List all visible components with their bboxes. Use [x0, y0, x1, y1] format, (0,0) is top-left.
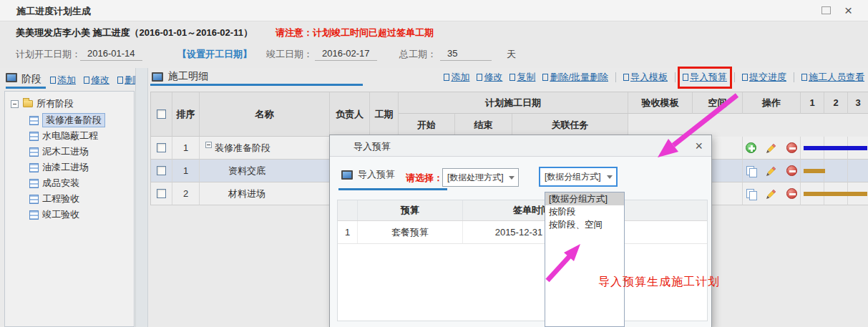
table-icon	[29, 116, 39, 125]
plan-start-input[interactable]: 2016-01-14	[80, 48, 142, 61]
close-icon[interactable]: ×	[695, 137, 703, 155]
checkbox[interactable]	[157, 166, 166, 175]
tree-root-all-stages[interactable]: 所有阶段	[5, 95, 134, 112]
close-icon[interactable]: ×	[844, 2, 852, 19]
tree-item-stage[interactable]: 成品安装	[5, 175, 134, 191]
row-checkbox-cell[interactable]	[151, 137, 172, 160]
col-duration: 工期	[370, 92, 399, 137]
duration-input[interactable]: 35	[440, 48, 492, 61]
col-day1: 1	[801, 92, 824, 114]
select-all-checkbox-cell[interactable]	[151, 92, 172, 137]
row-checkbox-cell[interactable]	[151, 160, 172, 182]
budget-col: 预算	[358, 200, 463, 220]
detail-tab-underline	[150, 84, 363, 86]
tree-item-stage[interactable]: 装修准备阶段	[5, 112, 134, 128]
delete-icon[interactable]	[786, 165, 797, 176]
stage-tab-underline	[6, 87, 46, 89]
dialog-tab-underline	[338, 188, 447, 190]
delete-icon[interactable]	[786, 188, 797, 199]
seq-cell: 1	[172, 160, 200, 182]
window-titlebar: 施工进度计划生成 ×	[0, 0, 868, 21]
detail-copy-link[interactable]: 复制	[509, 71, 535, 84]
table-icon	[29, 210, 39, 220]
doc-icon	[84, 77, 89, 84]
checkbox[interactable]	[157, 189, 166, 198]
add-icon[interactable]	[746, 142, 756, 153]
tree-item-stage[interactable]: 油漆工进场	[5, 160, 134, 175]
duration-label: 总工期：	[399, 48, 437, 61]
tab-construction-detail[interactable]: 施工明细	[152, 70, 208, 83]
table-icon	[29, 132, 39, 141]
checkbox[interactable]	[157, 109, 166, 119]
set-start-date-link[interactable]: 【设置开工日期】	[177, 48, 252, 61]
page-header: 美美理发店李小美 施工进度（2016-01-01～2016-02-11） 请注意…	[0, 22, 868, 42]
budget-row[interactable]: 1 套餐预算 2015-12-31 15:30	[338, 221, 707, 244]
monitor-icon	[341, 170, 353, 180]
collapse-icon[interactable]	[205, 142, 212, 148]
col-end: 结束	[455, 114, 512, 137]
budget-cell: 套餐预算	[358, 221, 463, 243]
annotation-note: 导入预算生成施工计划	[598, 275, 720, 290]
dialog-title: 导入预算	[353, 140, 391, 153]
collapse-icon[interactable]	[11, 100, 19, 108]
table-icon	[29, 147, 39, 157]
submit-progress-link[interactable]: 提交进度	[742, 71, 786, 84]
separator	[794, 72, 794, 82]
stage-add-link[interactable]: 添加	[50, 74, 76, 87]
budget-table-header: 预算 签单时间	[338, 200, 707, 221]
detail-toolbar: 施工明细 添加 修改 复制 删除/批量删除 导入模板 导入预算 提交进度 施工人…	[150, 68, 868, 89]
doc-icon	[801, 74, 807, 81]
stage-tree-panel: 所有阶段 装修准备阶段 水电隐蔽工程 泥木工进场 油漆工进场 成品安装 工程验收	[4, 91, 135, 327]
detail-delete-link[interactable]: 删除/批量删除	[542, 71, 608, 84]
maximize-icon[interactable]	[821, 6, 831, 14]
delete-icon[interactable]	[786, 142, 797, 153]
checkbox[interactable]	[157, 143, 166, 152]
gantt-bar	[804, 192, 867, 196]
import-template-link[interactable]: 导入模板	[623, 71, 668, 84]
gantt-bar	[804, 169, 825, 173]
dialog-tab-import-budget[interactable]: 导入预算	[341, 168, 395, 181]
copy-icon[interactable]	[746, 189, 756, 199]
num-cell: 1	[338, 221, 358, 243]
tree-item-stage[interactable]: 竣工验收	[5, 207, 134, 223]
dropdown-option[interactable]: 按阶段、空间	[545, 218, 624, 231]
tree-item-stage[interactable]: 工程验收	[5, 191, 134, 207]
window-title: 施工进度计划生成	[16, 5, 91, 18]
stage-panel-title: 阶段	[21, 73, 42, 86]
edit-icon[interactable]	[766, 165, 777, 177]
dropdown-option[interactable]: [数据分组方式]	[545, 192, 624, 205]
operations-cell	[743, 182, 801, 205]
table-icon	[29, 163, 39, 172]
table-icon	[29, 179, 39, 188]
data-group-select[interactable]: [数据分组方式]	[539, 167, 618, 187]
group-mode-dropdown-list: [数据分组方式] 按阶段 按阶段、空间	[545, 192, 625, 327]
row-checkbox-cell[interactable]	[151, 182, 172, 205]
finish-date-input[interactable]: 2016-02-17	[315, 48, 377, 61]
doc-icon	[542, 74, 548, 81]
tree-item-stage[interactable]: 泥木工进场	[5, 144, 134, 160]
edit-icon[interactable]	[766, 188, 777, 200]
import-budget-link[interactable]: 导入预算	[683, 71, 727, 84]
tree-item-stage[interactable]: 水电隐蔽工程	[5, 128, 134, 144]
num-col	[338, 200, 358, 220]
panel-splitter[interactable]	[135, 68, 148, 327]
schedule-warning: 请注意：计划竣工时间已超过签单工期	[275, 26, 434, 39]
table-header: 排序 名称 负责人 工期 计划施工日期 验收模板 空间 操作 1 2 3 开始 …	[151, 92, 868, 137]
stage-edit-link[interactable]: 修改	[84, 74, 109, 87]
worker-view-link[interactable]: 施工人员查看	[801, 71, 864, 84]
dropdown-option[interactable]: 按阶段	[545, 205, 624, 218]
col-space: 空间	[693, 92, 743, 114]
operations-cell	[743, 137, 801, 160]
detail-edit-link[interactable]: 修改	[477, 71, 502, 84]
monitor-icon	[152, 72, 163, 82]
copy-icon[interactable]	[746, 166, 756, 176]
col-day3: 3	[848, 92, 868, 114]
doc-icon	[509, 74, 515, 81]
doc-icon	[50, 77, 56, 84]
detail-add-link[interactable]: 添加	[444, 71, 469, 84]
separator	[734, 72, 735, 82]
edit-icon[interactable]	[766, 142, 777, 154]
name-cell: 装修准备阶段	[200, 137, 330, 160]
data-process-select[interactable]: [数据处理方式]	[442, 168, 519, 187]
doc-icon	[444, 74, 449, 81]
